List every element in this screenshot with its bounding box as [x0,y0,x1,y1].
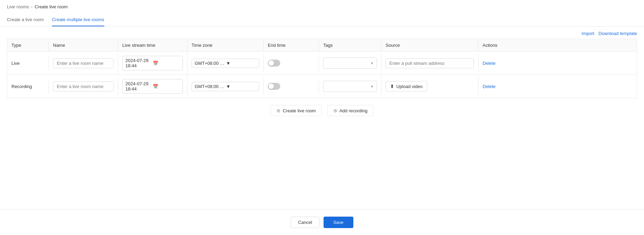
cell-tags-live: ▼ [319,53,381,73]
cell-source-live [381,54,478,72]
table-row: Live 2024-07-29 18:44 📅 GMT+08:00 Beijin… [7,51,637,75]
plus-circle-icon-rec: ⊕ [333,108,337,113]
cell-name-recording [49,77,118,96]
source-input-live[interactable] [386,58,474,68]
cell-name-live [49,54,118,72]
tab-create-single[interactable]: Create a live room [7,14,44,26]
plus-circle-icon: ⊕ [276,108,281,113]
col-source: Source [381,39,478,51]
upload-video-button[interactable]: ⬆ Upload video [386,81,427,92]
cell-actions-live: Delete [478,56,520,70]
add-buttons-container: ⊕ Create live room ⊕ Add recording [7,98,637,123]
col-actions: Actions [478,39,520,51]
table-row: Recording 2024-07-29 18:44 📅 GMT+08:00 B… [7,75,637,98]
col-type: Type [7,39,49,51]
cell-endtime-live [264,55,319,71]
name-input-live[interactable] [53,58,114,68]
calendar-icon-live[interactable]: 📅 [153,61,180,66]
timezone-dropdown-live[interactable]: GMT+08:00 Beijing (Chi... ▼ [192,59,259,68]
tabs-container: Create a live room Create multiple live … [0,14,644,27]
cell-timezone-recording: GMT+08:00 Beijing (Chi... ▼ [187,78,264,95]
table-header: Type Name Live stream time Time zone End… [7,39,637,51]
datetime-picker-live[interactable]: 2024-07-29 18:44 📅 [122,56,183,70]
add-recording-label: Add recording [339,108,368,113]
col-timezone: Time zone [187,39,264,51]
tab-create-multiple[interactable]: Create multiple live rooms [52,14,104,26]
datetime-value-live: 2024-07-29 18:44 [125,58,153,68]
cell-tags-recording: ▼ [319,77,381,96]
breadcrumb-live-rooms[interactable]: Live rooms [7,4,29,9]
cell-source-recording: ⬆ Upload video [381,77,478,96]
datetime-value-recording: 2024-07-29 18:44 [125,81,153,92]
cell-datetime-recording: 2024-07-29 18:44 📅 [118,75,187,98]
type-label-recording: Recording [11,84,32,89]
timezone-value-recording: GMT+08:00 Beijing (Chi... [195,84,225,89]
cell-actions-recording: Delete [478,80,520,93]
col-tags: Tags [319,39,381,51]
chevron-down-icon-tags: ▼ [370,61,374,65]
col-end-time: End time [264,39,319,51]
save-button[interactable]: Save [324,217,353,228]
import-link[interactable]: Import [582,31,594,36]
chevron-down-icon-tags-rec: ▼ [370,85,374,88]
timezone-dropdown-recording[interactable]: GMT+08:00 Beijing (Chi... ▼ [192,82,259,91]
cancel-button[interactable]: Cancel [291,217,319,228]
end-time-toggle-recording[interactable] [268,83,280,90]
footer: Cancel Save [0,209,644,235]
col-name: Name [49,39,118,51]
table: Type Name Live stream time Time zone End… [7,39,637,98]
chevron-down-icon: ▼ [226,61,256,66]
add-recording-button[interactable]: ⊕ Add recording [327,105,373,116]
chevron-down-icon-tz: ▼ [226,84,256,89]
type-label-live: Live [11,61,20,66]
cell-type-live: Live [7,56,49,70]
delete-button-live[interactable]: Delete [483,61,496,66]
delete-button-recording[interactable]: Delete [483,84,496,89]
cell-timezone-live: GMT+08:00 Beijing (Chi... ▼ [187,54,264,72]
cell-datetime-live: 2024-07-29 18:44 📅 [118,52,187,75]
datetime-picker-recording[interactable]: 2024-07-29 18:44 📅 [122,79,183,94]
breadcrumb-separator: › [31,4,33,9]
cell-endtime-recording [264,79,319,94]
create-live-room-label: Create live room [283,108,316,113]
name-input-recording[interactable] [53,81,114,92]
toolbar: Import Download template [7,27,637,39]
create-live-room-button[interactable]: ⊕ Create live room [271,105,321,116]
upload-label: Upload video [396,84,423,89]
breadcrumb-current: Create live room [35,4,68,9]
upload-icon: ⬆ [390,84,394,89]
download-template-link[interactable]: Download template [599,31,637,36]
tags-dropdown-recording[interactable]: ▼ [323,81,377,92]
col-live-stream-time: Live stream time [118,39,187,51]
timezone-value-live: GMT+08:00 Beijing (Chi... [195,61,225,66]
tags-dropdown-live[interactable]: ▼ [323,58,377,69]
end-time-toggle-live[interactable] [268,60,280,67]
cell-type-recording: Recording [7,80,49,93]
calendar-icon-recording[interactable]: 📅 [153,84,180,89]
